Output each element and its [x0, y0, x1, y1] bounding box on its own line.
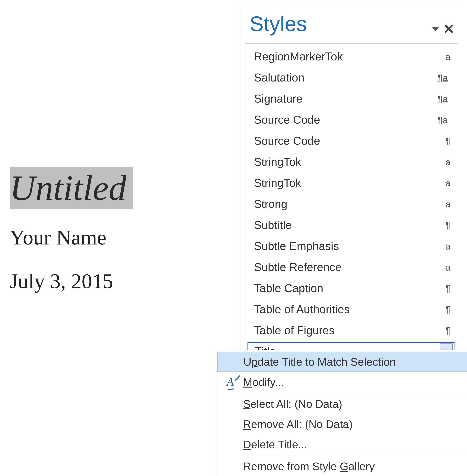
style-name: Subtitle — [254, 218, 292, 231]
styles-pane-header: Styles ✕ — [245, 10, 458, 43]
style-type-icon — [438, 177, 451, 189]
document-date[interactable]: July 3, 2015 — [10, 269, 188, 293]
style-name: Subtle Reference — [254, 261, 342, 274]
style-row[interactable]: Subtitle — [245, 215, 458, 236]
style-row[interactable]: RegionMarkerTok — [245, 46, 458, 67]
menu-item-label: Delete Title... — [243, 438, 307, 451]
style-type-icon — [438, 93, 451, 104]
style-name: StringTok — [254, 155, 301, 168]
style-name: StringTok — [254, 177, 301, 190]
style-type-icon — [438, 136, 451, 146]
menu-item[interactable]: Remove from Style Gallery — [217, 456, 467, 476]
menu-item-label: Select All: (No Data) — [243, 398, 342, 410]
style-name: Table of Figures — [254, 324, 335, 337]
title-selection-highlight[interactable]: Untitled — [10, 167, 133, 209]
style-name: Source Code — [254, 113, 320, 126]
style-row[interactable]: Signature — [245, 88, 458, 109]
document-author[interactable]: Your Name — [10, 225, 188, 249]
style-row[interactable]: Source Code — [245, 109, 458, 130]
menu-item[interactable]: Update Title to Match Selection — [217, 352, 467, 372]
styles-pane: Styles ✕ RegionMarkerTokSalutationSignat… — [240, 5, 463, 361]
pencil-icon: A — [217, 375, 243, 389]
style-type-icon — [438, 199, 451, 209]
style-type-icon — [438, 51, 451, 62]
style-type-icon — [438, 304, 451, 315]
style-name: Table Caption — [254, 282, 323, 295]
menu-item[interactable]: Remove All: (No Data) — [217, 414, 467, 434]
style-type-icon — [438, 325, 451, 336]
menu-item[interactable]: AModify... — [217, 372, 467, 392]
style-context-menu: Update Title to Match SelectionAModify..… — [217, 350, 467, 476]
dropdown-icon[interactable] — [432, 27, 439, 31]
style-row[interactable]: Subtle Emphasis — [245, 236, 458, 257]
style-row[interactable]: Source Code — [245, 130, 458, 151]
style-row[interactable]: Salutation — [245, 67, 458, 88]
menu-item-label: Remove All: (No Data) — [243, 418, 352, 431]
style-row[interactable]: Subtle Reference — [245, 257, 458, 278]
style-name: Strong — [254, 198, 287, 210]
style-row[interactable]: Table Caption — [245, 278, 458, 299]
style-type-icon — [438, 114, 451, 125]
style-row[interactable]: Table of Figures — [245, 320, 458, 341]
document-area: Untitled Your Name July 3, 2015 — [10, 167, 188, 293]
style-name: Signature — [254, 92, 302, 105]
style-name: Salutation — [254, 71, 304, 84]
menu-item-label: Update Title to Match Selection — [244, 355, 396, 368]
style-type-icon — [438, 157, 451, 167]
style-name: Subtle Emphasis — [254, 240, 339, 253]
menu-item-label: Remove from Style Gallery — [243, 460, 375, 473]
menu-item-label: Modify... — [243, 376, 284, 388]
style-row[interactable]: Table of Authorities — [245, 299, 458, 320]
style-row[interactable]: Strong — [245, 193, 458, 215]
menu-item[interactable]: Select All: (No Data) — [217, 394, 467, 414]
style-row[interactable]: StringTok — [245, 151, 458, 172]
style-name: Table of Authorities — [254, 303, 350, 316]
style-type-icon — [438, 283, 451, 294]
menu-item[interactable]: Delete Title... — [217, 434, 467, 454]
styles-pane-title: Styles — [250, 12, 307, 36]
menu-separator — [242, 455, 467, 455]
style-type-icon — [438, 220, 451, 231]
styles-list: RegionMarkerTokSalutationSignatureSource… — [245, 43, 458, 361]
style-type-icon — [438, 72, 451, 83]
style-name: Source Code — [254, 134, 320, 147]
styles-pane-controls: ✕ — [432, 22, 454, 36]
style-name: RegionMarkerTok — [254, 50, 343, 63]
close-icon[interactable]: ✕ — [443, 22, 454, 36]
style-row[interactable]: StringTok — [245, 172, 458, 193]
style-type-icon — [438, 241, 451, 252]
document-title[interactable]: Untitled — [10, 170, 126, 206]
menu-separator — [242, 393, 467, 393]
style-type-icon — [438, 262, 451, 273]
